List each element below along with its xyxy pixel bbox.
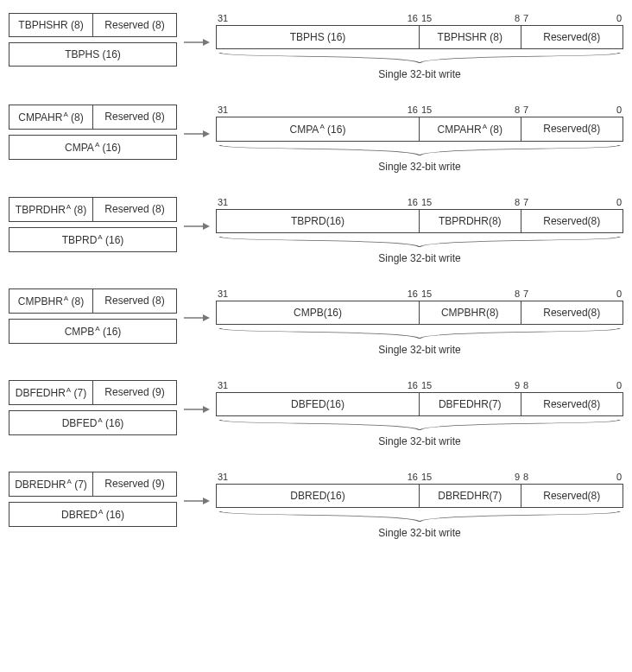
arrow-icon	[177, 13, 216, 48]
field-mid: TBPHSHR (8)	[420, 26, 521, 48]
field-mid: DBREDHR(7)	[420, 485, 521, 507]
brace-icon	[216, 51, 623, 68]
field-reserved: Reserved (8)	[93, 105, 176, 129]
field-main: DBFEDA (16)	[9, 410, 177, 435]
caption: Single 32-bit write	[216, 435, 623, 447]
bit-numbers: 3116 158 70	[216, 13, 623, 25]
brace-icon	[216, 510, 623, 527]
brace-icon	[216, 418, 623, 435]
brace-icon	[216, 143, 623, 161]
field-reserved: Reserved (8)	[93, 289, 176, 313]
field-main: TBPRDA (16)	[9, 227, 177, 252]
field-mid: DBFEDHR(7)	[420, 393, 521, 415]
field-low: Reserved(8)	[521, 117, 623, 141]
field-main: CMPBA (16)	[9, 319, 177, 344]
svg-marker-3	[203, 130, 210, 137]
arrow-icon	[177, 472, 216, 506]
field-reserved: Reserved (9)	[93, 381, 176, 404]
source-registers: DBFEDHRA (7) Reserved (9) DBFEDA (16)	[9, 380, 177, 435]
caption: Single 32-bit write	[216, 68, 623, 80]
reg32: TBPHS (16) TBPHSHR (8) Reserved(8)	[216, 25, 623, 49]
svg-marker-11	[203, 498, 210, 504]
caption: Single 32-bit write	[216, 161, 623, 173]
field-hr: DBREDHRA (7)	[9, 472, 93, 496]
combined-register: 3116 158 70 TBPRD(16) TBPRDHR(8) Reserve…	[216, 197, 623, 264]
field-high: TBPRD(16)	[217, 210, 420, 232]
field-main: DBREDA (16)	[9, 502, 177, 527]
register-row: CMPAHRA (8) Reserved (8) CMPAA (16) 3116…	[9, 105, 623, 173]
arrow-icon	[177, 288, 216, 323]
field-low: Reserved(8)	[521, 393, 623, 415]
bit-numbers: 3116 158 70	[216, 288, 623, 301]
field-hr: CMPAHRA (8)	[9, 105, 93, 129]
source-registers: TBPRDHRA (8) Reserved (8) TBPRDA (16)	[9, 197, 177, 252]
field-high: CMPAA (16)	[217, 117, 420, 141]
svg-marker-1	[203, 39, 210, 46]
reg32: CMPB(16) CMPBHR(8) Reserved(8)	[216, 301, 623, 325]
register-row: DBREDHRA (7) Reserved (9) DBREDA (16) 31…	[9, 472, 623, 539]
register-row: CMPBHRA (8) Reserved (8) CMPBA (16) 3116…	[9, 288, 623, 356]
field-reserved: Reserved (8)	[93, 198, 176, 221]
caption: Single 32-bit write	[216, 252, 623, 264]
field-main: TBPHS (16)	[9, 42, 177, 67]
field-low: Reserved(8)	[521, 26, 623, 48]
field-main: CMPAA (16)	[9, 135, 177, 160]
field-hr: TBPHSHR (8)	[9, 14, 93, 36]
arrow-icon	[177, 197, 216, 231]
source-registers: TBPHSHR (8) Reserved (8) TBPHS (16)	[9, 13, 177, 67]
source-registers: CMPAHRA (8) Reserved (8) CMPAA (16)	[9, 105, 177, 160]
field-hr: TBPRDHRA (8)	[9, 198, 93, 221]
source-registers: DBREDHRA (7) Reserved (9) DBREDA (16)	[9, 472, 177, 527]
field-low: Reserved(8)	[521, 210, 623, 232]
svg-marker-5	[203, 223, 210, 230]
brace-icon	[216, 326, 623, 344]
source-registers: CMPBHRA (8) Reserved (8) CMPBA (16)	[9, 288, 177, 344]
combined-register: 3116 159 80 DBRED(16) DBREDHR(7) Reserve…	[216, 472, 623, 539]
field-reserved: Reserved (8)	[93, 14, 176, 36]
reg32: CMPAA (16) CMPAHRA (8) Reserved(8)	[216, 117, 623, 142]
combined-register: 3116 158 70 CMPB(16) CMPBHR(8) Reserved(…	[216, 288, 623, 356]
arrow-icon	[177, 380, 216, 415]
field-reserved: Reserved (9)	[93, 472, 176, 496]
reg32: DBRED(16) DBREDHR(7) Reserved(8)	[216, 484, 623, 508]
field-low: Reserved(8)	[521, 301, 623, 324]
combined-register: 3116 159 80 DBFED(16) DBFEDHR(7) Reserve…	[216, 380, 623, 447]
field-high: DBRED(16)	[217, 485, 420, 507]
field-low: Reserved(8)	[521, 485, 623, 507]
bit-numbers: 3116 159 80	[216, 472, 623, 484]
svg-marker-9	[203, 406, 210, 413]
bit-numbers: 3116 158 70	[216, 105, 623, 117]
bit-numbers: 3116 159 80	[216, 380, 623, 392]
brace-icon	[216, 235, 623, 252]
field-mid: CMPBHR(8)	[420, 301, 521, 324]
field-high: DBFED(16)	[217, 393, 420, 415]
combined-register: 3116 158 70 CMPAA (16) CMPAHRA (8) Reser…	[216, 105, 623, 173]
bit-numbers: 3116 158 70	[216, 197, 623, 209]
reg32: DBFED(16) DBFEDHR(7) Reserved(8)	[216, 392, 623, 416]
field-hr: CMPBHRA (8)	[9, 289, 93, 313]
reg32: TBPRD(16) TBPRDHR(8) Reserved(8)	[216, 209, 623, 233]
field-high: TBPHS (16)	[217, 26, 420, 48]
field-mid: TBPRDHR(8)	[420, 210, 521, 232]
field-hr: DBFEDHRA (7)	[9, 381, 93, 404]
register-row: DBFEDHRA (7) Reserved (9) DBFEDA (16) 31…	[9, 380, 623, 447]
register-row: TBPRDHRA (8) Reserved (8) TBPRDA (16) 31…	[9, 197, 623, 264]
caption: Single 32-bit write	[216, 527, 623, 539]
svg-marker-7	[203, 314, 210, 321]
field-mid: CMPAHRA (8)	[420, 117, 521, 141]
caption: Single 32-bit write	[216, 344, 623, 356]
combined-register: 3116 158 70 TBPHS (16) TBPHSHR (8) Reser…	[216, 13, 623, 80]
arrow-icon	[177, 105, 216, 139]
register-row: TBPHSHR (8) Reserved (8) TBPHS (16) 3116…	[9, 13, 623, 80]
field-high: CMPB(16)	[217, 301, 420, 324]
